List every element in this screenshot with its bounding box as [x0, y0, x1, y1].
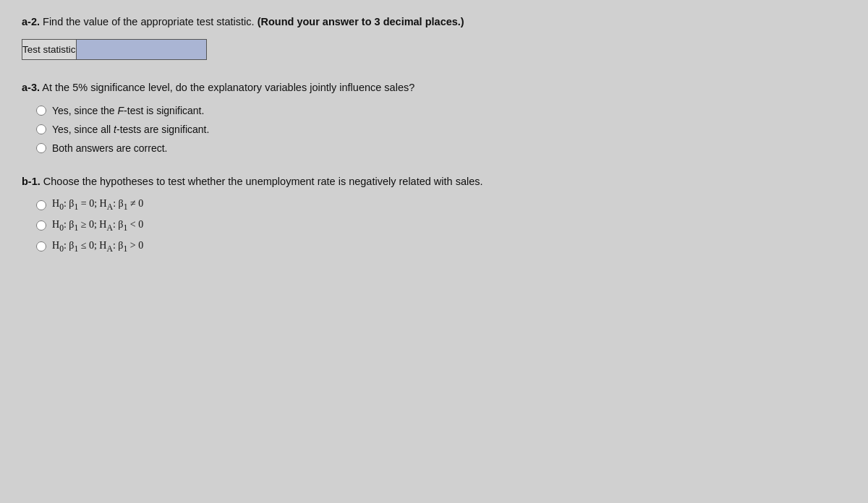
a2-heading: a-2. Find the value of the appropriate t…: [22, 14, 846, 30]
a3-option-2-label: Yes, since all t-tests are significant.: [52, 124, 209, 135]
b1-radio-2[interactable]: [36, 220, 46, 231]
b1-option-2[interactable]: H0: β1 ≥ 0; HA: β1 < 0: [36, 219, 846, 233]
ha-sub-2: A: [106, 223, 112, 233]
beta1-sub-3: 1: [74, 244, 78, 254]
a2-heading-text: Find the value of the appropriate test s…: [40, 16, 255, 27]
a3-heading-text: At the 5% significance level, do the exp…: [40, 82, 414, 93]
b1-option-2-label: H0: β1 ≥ 0; HA: β1 < 0: [52, 219, 143, 233]
b1-option-3-label: H0: β1 ≤ 0; HA: β1 > 0: [52, 240, 143, 254]
beta1-sub-1b: 1: [124, 202, 128, 212]
ha-sub-3: A: [106, 244, 112, 254]
beta1-sub-2b: 1: [123, 223, 127, 233]
a3-heading: a-3. At the 5% significance level, do th…: [22, 80, 846, 96]
b1-option-1-label: H0: β1 = 0; HA: β1 ≠ 0: [52, 198, 143, 212]
ha-sub-1: A: [107, 202, 113, 212]
b1-option-1[interactable]: H0: β1 = 0; HA: β1 ≠ 0: [36, 198, 846, 212]
b1-option-3[interactable]: H0: β1 ≤ 0; HA: β1 > 0: [36, 240, 846, 254]
a3-option-1[interactable]: Yes, since the F-test is significant.: [36, 105, 846, 116]
b1-heading: b-1. Choose the hypotheses to test wheth…: [22, 174, 846, 190]
a3-heading-bold: a-3.: [22, 82, 40, 93]
beta1-sub-2: 1: [74, 223, 78, 233]
test-statistic-label: Test statistic: [22, 39, 77, 59]
section-a3: a-3. At the 5% significance level, do th…: [22, 80, 846, 154]
beta1-sub-3b: 1: [123, 244, 127, 254]
section-b1: b-1. Choose the hypotheses to test wheth…: [22, 174, 846, 254]
test-statistic-input[interactable]: [77, 40, 206, 59]
b1-radio-1[interactable]: [36, 200, 46, 210]
a2-heading-emphasis: (Round your answer to 3 decimal places.): [255, 16, 464, 27]
a3-radio-1[interactable]: [36, 106, 46, 116]
h0-sub-1: 0: [59, 202, 64, 212]
a2-heading-bold: a-2.: [22, 16, 40, 27]
a3-option-2[interactable]: Yes, since all t-tests are significant.: [36, 124, 846, 135]
h0-sub-2: 0: [59, 223, 64, 233]
a3-option-1-label: Yes, since the F-test is significant.: [52, 105, 204, 116]
a3-option-3[interactable]: Both answers are correct.: [36, 142, 846, 154]
test-statistic-table: Test statistic: [22, 39, 207, 60]
h0-sub-3: 0: [59, 244, 64, 254]
b1-radio-3[interactable]: [36, 241, 46, 252]
a3-option-3-label: Both answers are correct.: [52, 142, 168, 154]
page-container: a-2. Find the value of the appropriate t…: [0, 0, 868, 503]
a3-radio-2[interactable]: [36, 124, 46, 134]
beta1-sub-1: 1: [74, 202, 78, 212]
b1-heading-bold: b-1.: [22, 176, 41, 187]
a3-radio-3[interactable]: [36, 143, 46, 153]
a3-radio-group: Yes, since the F-test is significant. Ye…: [36, 105, 846, 154]
section-a2: a-2. Find the value of the appropriate t…: [22, 14, 846, 60]
b1-radio-group: H0: β1 = 0; HA: β1 ≠ 0 H0: β1 ≥ 0; HA: β…: [36, 198, 846, 253]
b1-heading-text: Choose the hypotheses to test whether th…: [41, 176, 483, 187]
test-statistic-input-cell: [76, 39, 206, 59]
